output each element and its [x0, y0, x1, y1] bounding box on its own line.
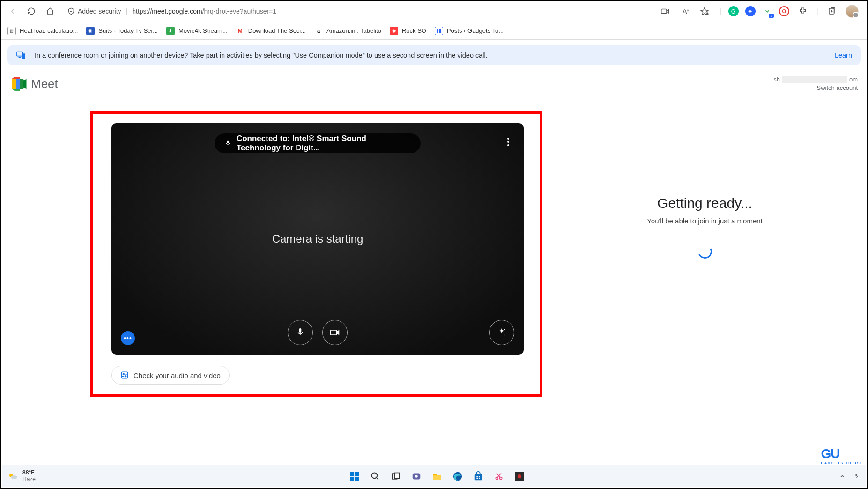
search-button[interactable]: [368, 469, 382, 483]
microphone-icon: [225, 139, 231, 148]
ext-opera-icon[interactable]: O: [779, 6, 789, 16]
switch-account-link[interactable]: Switch account: [773, 84, 858, 92]
ext-idm-icon[interactable]: 2: [762, 6, 772, 16]
snip-icon[interactable]: [492, 469, 506, 483]
svg-rect-32: [478, 477, 480, 479]
ready-panel: Getting ready... You'll be able to join …: [542, 111, 867, 259]
account-email-prefix: sh: [773, 75, 780, 84]
system-tray: [838, 469, 861, 483]
svg-rect-3: [22, 53, 25, 59]
browser-toolbar: Added security | https://meet.google.com…: [1, 1, 867, 22]
collections-icon[interactable]: [825, 4, 839, 18]
learn-link[interactable]: Learn: [835, 52, 852, 59]
svg-rect-31: [476, 477, 478, 479]
meet-brand-text: Meet: [31, 77, 58, 91]
svg-rect-4: [227, 141, 229, 143]
svg-point-10: [504, 329, 505, 331]
devices-icon: [16, 51, 26, 60]
toolbar-right: A⁾⁾ ✚ | G ✦ 2 O |: [658, 4, 862, 18]
weather-widget[interactable]: 88°F Haze: [7, 470, 36, 482]
bookmark-item[interactable]: ▮▮Posts ‹ Gadgets To...: [435, 27, 504, 35]
bookmark-item[interactable]: 🗎Heat load calculatio...: [7, 27, 78, 35]
svg-point-14: [125, 376, 126, 377]
check-av-label: Check your audio and video: [134, 371, 221, 379]
tune-icon: [120, 371, 129, 379]
svg-point-21: [371, 473, 377, 478]
explorer-icon[interactable]: [430, 469, 444, 483]
bookmark-item[interactable]: ◉Suits - Today Tv Ser...: [86, 27, 158, 35]
svg-rect-9: [331, 330, 337, 335]
preview-controls: [111, 320, 524, 345]
svg-rect-19: [350, 476, 354, 480]
teams-icon[interactable]: [409, 469, 423, 483]
read-aloud-icon[interactable]: A⁾⁾: [679, 4, 693, 18]
mic-status-pill[interactable]: Connected to: Intel® Smart Sound Technol…: [215, 133, 421, 153]
svg-rect-29: [476, 476, 478, 477]
profile-avatar[interactable]: [846, 5, 859, 18]
loading-spinner: [696, 243, 713, 260]
svg-point-36: [517, 474, 521, 478]
start-button[interactable]: [348, 469, 362, 483]
tray-mic-icon[interactable]: [852, 469, 861, 483]
svg-rect-28: [474, 474, 482, 480]
back-button[interactable]: [6, 4, 20, 18]
svg-rect-12: [121, 372, 128, 379]
bookmark-item[interactable]: aAmazon.in : Tabelito: [314, 27, 381, 35]
bookmark-item[interactable]: MDownload The Soci...: [236, 27, 306, 35]
meet-logo[interactable]: Meet: [10, 77, 58, 91]
camera-status-text: Camera is starting: [272, 232, 364, 245]
microphone-icon: [296, 327, 304, 338]
address-bar[interactable]: Added security | https://meet.google.com…: [62, 4, 653, 19]
address-separator: |: [126, 7, 128, 15]
url-text: https://meet.google.com/hrq-drot-eve?aut…: [132, 7, 276, 15]
security-label: Added security: [78, 7, 121, 15]
watermark: GU GADGETS TO USE: [821, 446, 864, 465]
bookmark-item[interactable]: ⬇Movie4k Stream...: [166, 27, 228, 35]
svg-rect-17: [350, 472, 354, 475]
app-icon[interactable]: [512, 469, 527, 483]
tray-chevron-icon[interactable]: [838, 469, 846, 483]
account-email-suffix: om: [849, 75, 858, 84]
temperature: 88°F: [22, 470, 36, 476]
banner-text: In a conference room or joining on anoth…: [35, 52, 488, 59]
ext-shield-icon[interactable]: ✦: [745, 6, 756, 16]
svg-point-6: [507, 141, 509, 143]
windows-taskbar: 88°F Haze: [2, 465, 866, 487]
edge-icon[interactable]: [451, 469, 465, 483]
refresh-button[interactable]: [24, 4, 38, 18]
svg-rect-2: [17, 52, 23, 56]
ext-grammarly-icon[interactable]: G: [728, 6, 739, 16]
svg-point-13: [123, 374, 124, 375]
bookmarks-bar: 🗎Heat load calculatio... ◉Suits - Today …: [1, 22, 867, 39]
security-badge: Added security: [67, 7, 121, 15]
weather-condition: Haze: [22, 476, 36, 482]
task-view-button[interactable]: [389, 469, 403, 483]
svg-rect-30: [478, 476, 480, 477]
svg-rect-20: [355, 476, 358, 480]
svg-point-16: [11, 475, 17, 479]
svg-point-25: [415, 475, 418, 478]
annotation-highlight: Connected to: Intel® Smart Sound Technol…: [90, 111, 542, 397]
ready-subtitle: You'll be able to join in just a moment: [647, 217, 763, 225]
home-button[interactable]: [43, 4, 57, 18]
ready-title: Getting ready...: [657, 195, 752, 211]
extensions-icon[interactable]: [796, 4, 810, 18]
svg-point-11: [504, 335, 505, 336]
video-preview: Connected to: Intel® Smart Sound Technol…: [111, 123, 524, 355]
check-audio-video-button[interactable]: Check your audio and video: [111, 366, 230, 385]
toggle-camera-button[interactable]: [322, 320, 348, 345]
svg-rect-26: [433, 475, 441, 480]
svg-rect-18: [355, 472, 358, 475]
account-info: sh om Switch account: [773, 75, 858, 92]
bookmark-item[interactable]: ◆Rock SO: [390, 27, 426, 35]
toggle-mic-button[interactable]: [288, 320, 313, 345]
store-icon[interactable]: [471, 469, 485, 483]
main-area: Connected to: Intel® Smart Sound Technol…: [1, 92, 867, 397]
camera-permission-icon[interactable]: [658, 4, 672, 18]
more-options-button[interactable]: [507, 137, 510, 148]
favorite-icon[interactable]: ✚: [699, 4, 713, 18]
companion-banner: In a conference room or joining on anoth…: [7, 45, 861, 65]
mic-status-text: Connected to: Intel® Smart Sound Technol…: [237, 134, 410, 153]
svg-rect-37: [855, 474, 857, 476]
visual-effects-button[interactable]: [489, 320, 514, 345]
